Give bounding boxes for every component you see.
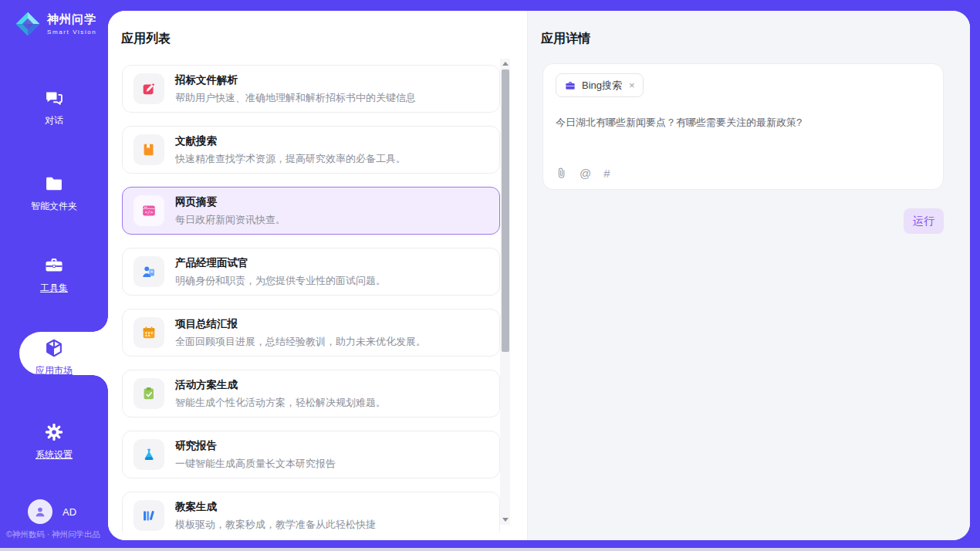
app-card-research-report[interactable]: 研究报告 一键智能生成高质量长文本研究报告 — [122, 431, 500, 478]
sidebar: 神州问学 Smart Vision 对话 智能文件夹 — [0, 0, 108, 551]
interviewer-icon — [140, 263, 157, 280]
tool-chip-bing-search[interactable]: Bing搜索 × — [556, 73, 644, 97]
calendar-icon — [140, 324, 157, 341]
app-desc: 模板驱动，教案秒成，教学准备从此轻松快捷 — [175, 518, 376, 532]
app-desc: 全面回顾项目进展，总结经验教训，助力未来优化发展。 — [175, 335, 426, 349]
svg-text:</>: </> — [145, 209, 154, 215]
brand-name: 神州问学 — [47, 12, 96, 27]
chip-close-icon[interactable]: × — [629, 79, 635, 91]
app-list-title: 应用列表 — [121, 31, 171, 47]
app-card-bid-analysis[interactable]: 招标文件解析 帮助用户快速、准确地理解和解析招标书中的关键信息 — [122, 65, 500, 113]
prompt-composer-card: Bing搜索 × 今日湖北有哪些新闻要点？有哪些需要关注的最新政策? @ # — [542, 63, 944, 190]
sidebar-item-label: 应用市场 — [0, 364, 108, 377]
edit-icon — [140, 80, 157, 97]
app-detail-title: 应用详情 — [541, 31, 590, 47]
sidebar-item-label: 系统设置 — [0, 448, 108, 461]
sidebar-item-app-market[interactable]: 应用市场 — [0, 337, 108, 377]
main-content: 应用列表 招标文件解析 帮助用户快速、准确地理解和解析招标书中的关键信息 — [108, 11, 970, 540]
tool-chip-label: Bing搜索 — [582, 79, 622, 93]
app-window: 神州问学 Smart Vision 对话 智能文件夹 — [0, 0, 980, 551]
sidebar-item-smart-folders[interactable]: 智能文件夹 — [0, 173, 108, 213]
scrollbar-thumb[interactable] — [502, 69, 509, 352]
app-desc: 快速精准查找学术资源，提高研究效率的必备工具。 — [175, 152, 406, 166]
folder-icon — [43, 173, 65, 194]
sidebar-item-chat[interactable]: 对话 — [0, 87, 108, 127]
app-list-scrollbar[interactable] — [500, 59, 510, 525]
app-name: 招标文件解析 — [175, 73, 416, 87]
app-icon-tile — [133, 134, 164, 165]
gear-icon — [43, 421, 65, 443]
flask-icon — [140, 446, 157, 463]
app-card-event-plan[interactable]: 活动方案生成 智能生成个性化活动方案，轻松解决规划难题。 — [122, 370, 500, 417]
app-list: 招标文件解析 帮助用户快速、准确地理解和解析招标书中的关键信息 文献搜索 快速精… — [122, 65, 500, 532]
avatar-person-icon — [32, 504, 48, 519]
scroll-up-arrow-icon[interactable] — [502, 62, 509, 66]
app-list-panel: 应用列表 招标文件解析 帮助用户快速、准确地理解和解析招标书中的关键信息 — [108, 11, 527, 540]
app-name: 文献搜索 — [175, 134, 406, 148]
app-name: 研究报告 — [175, 439, 336, 453]
copyright-footer: ©神州数码 · 神州问学出品 — [6, 529, 100, 540]
books-icon — [140, 507, 157, 524]
sidebar-item-settings[interactable]: 系统设置 — [0, 421, 108, 461]
app-detail-panel: 应用详情 Bing搜索 × 今日湖北有哪些新闻要点？有哪些需要关注的最新政策? — [527, 11, 970, 540]
app-name: 网页摘要 — [175, 195, 286, 209]
chat-icon — [43, 87, 65, 109]
app-icon-tile — [133, 439, 164, 470]
clipboard-check-icon — [140, 385, 157, 402]
app-icon-tile: </> — [133, 195, 164, 226]
app-name: 活动方案生成 — [175, 378, 386, 392]
app-icon-tile — [133, 73, 164, 104]
app-desc: 帮助用户快速、准确地理解和解析招标书中的关键信息 — [175, 91, 416, 105]
app-desc: 明确身份和职责，为您提供专业性的面试问题。 — [175, 274, 386, 288]
app-desc: 智能生成个性化活动方案，轻松解决规划难题。 — [175, 396, 386, 410]
toolbox-icon — [43, 255, 65, 276]
app-icon-tile — [133, 256, 164, 287]
app-name: 教案生成 — [175, 500, 376, 514]
run-button[interactable]: 运行 — [904, 208, 944, 234]
app-card-lesson-plan[interactable]: 教案生成 模板驱动，教案秒成，教学准备从此轻松快捷 — [122, 492, 500, 532]
window-bottom-edge — [0, 548, 980, 551]
app-name: 项目总结汇报 — [175, 317, 426, 331]
brand-logo: 神州问学 Smart Vision — [14, 10, 96, 38]
scroll-down-arrow-icon[interactable] — [502, 518, 509, 522]
browser-code-icon: </> — [140, 202, 157, 219]
app-icon-tile — [133, 500, 164, 531]
app-desc: 一键智能生成高质量长文本研究报告 — [175, 457, 336, 471]
sidebar-item-toolset[interactable]: 工具集 — [0, 255, 108, 295]
app-icon-tile — [133, 317, 164, 348]
sidebar-item-label: 工具集 — [0, 282, 108, 295]
brand-subtitle: Smart Vision — [47, 29, 96, 35]
hash-icon[interactable]: # — [603, 167, 610, 179]
prompt-input[interactable]: 今日湖北有哪些新闻要点？有哪些需要关注的最新政策? — [556, 115, 931, 130]
cube-icon — [43, 337, 65, 359]
app-card-literature-search[interactable]: 文献搜索 快速精准查找学术资源，提高研究效率的必备工具。 — [122, 126, 500, 174]
mention-icon[interactable]: @ — [580, 167, 591, 179]
paperclip-icon[interactable] — [556, 167, 567, 180]
composer-toolbar: @ # — [556, 167, 610, 180]
app-desc: 每日政府新闻资讯快查。 — [175, 213, 286, 227]
sidebar-item-label: 智能文件夹 — [0, 200, 108, 213]
book-icon — [140, 141, 157, 158]
briefcase-icon — [564, 79, 576, 92]
sidebar-item-label: 对话 — [0, 114, 108, 127]
user-account[interactable]: AD — [28, 499, 76, 524]
user-initials: AD — [63, 506, 76, 518]
app-card-webpage-summary[interactable]: </> 网页摘要 每日政府新闻资讯快查。 — [122, 187, 500, 235]
app-icon-tile — [133, 378, 164, 409]
diamond-gem-icon — [14, 10, 42, 38]
app-card-pm-interviewer[interactable]: 产品经理面试官 明确身份和职责，为您提供专业性的面试问题。 — [122, 248, 500, 296]
app-name: 产品经理面试官 — [175, 256, 386, 270]
app-card-project-summary[interactable]: 项目总结汇报 全面回顾项目进展，总结经验教训，助力未来优化发展。 — [122, 309, 500, 357]
avatar — [28, 499, 52, 524]
